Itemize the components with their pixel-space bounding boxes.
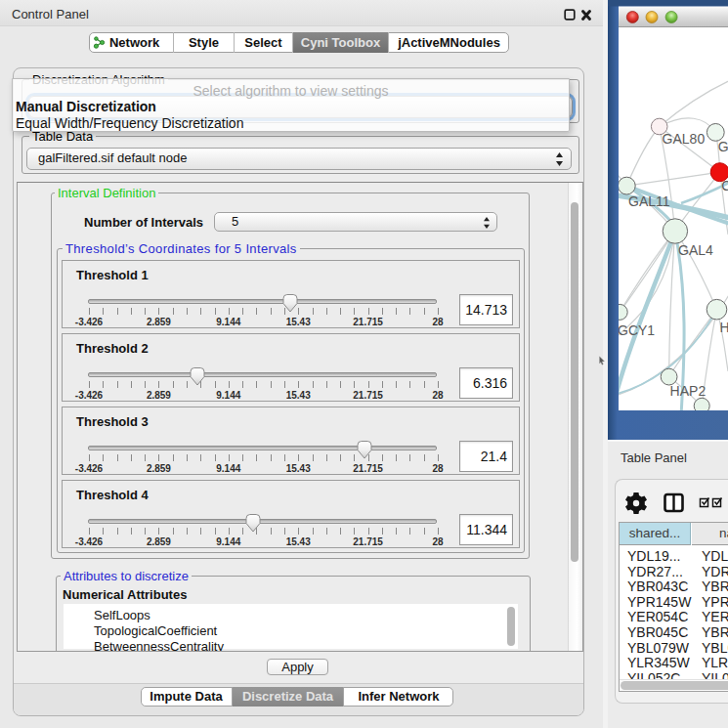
svg-text:GA: GA <box>718 139 728 154</box>
svg-text:GAL80: GAL80 <box>663 131 706 147</box>
svg-text:C: C <box>721 178 728 193</box>
svg-text:GCY1: GCY1 <box>618 322 655 338</box>
svg-text:GAL4: GAL4 <box>678 242 713 258</box>
svg-text:HAP2: HAP2 <box>670 383 707 399</box>
svg-text:GAL11: GAL11 <box>628 193 670 209</box>
svg-text:H: H <box>719 320 728 335</box>
